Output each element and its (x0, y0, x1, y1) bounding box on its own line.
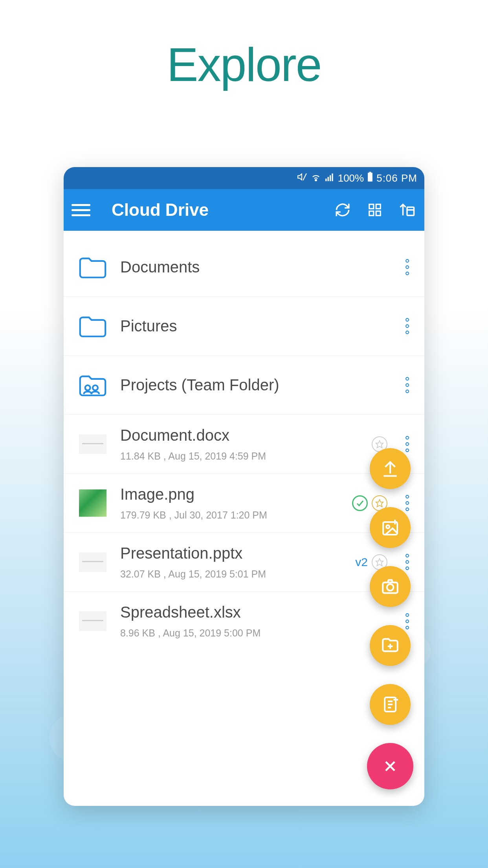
fab-stack (367, 448, 413, 789)
svg-point-16 (93, 385, 98, 390)
folder-icon (77, 313, 108, 340)
item-name: Documents (120, 258, 387, 276)
svg-point-1 (315, 179, 317, 181)
item-name: Image.png (120, 485, 340, 503)
svg-rect-4 (330, 175, 331, 181)
item-name: Spreadsheet.xlsx (120, 603, 387, 621)
status-bar: 100% 5:06 PM (64, 167, 424, 189)
sync-icon[interactable] (333, 200, 352, 219)
doc-thumb-icon (77, 431, 108, 458)
item-meta: 8.96 KB , Aug 15, 2019 5:00 PM (120, 627, 387, 639)
image-thumb-icon (77, 490, 108, 517)
svg-rect-5 (332, 173, 333, 181)
item-meta: 32.07 KB , Aug 15, 2019 5:01 PM (120, 568, 343, 580)
fab-add-image[interactable] (370, 507, 411, 548)
svg-rect-13 (407, 207, 414, 215)
item-name: Pictures (120, 317, 387, 335)
clock: 5:06 PM (376, 172, 417, 184)
list-item[interactable]: Documents (64, 238, 424, 297)
item-name: Document.docx (120, 427, 360, 444)
svg-rect-11 (376, 211, 380, 215)
more-icon[interactable] (399, 318, 415, 334)
grid-view-icon[interactable] (365, 200, 384, 219)
menu-icon[interactable] (72, 204, 90, 216)
svg-marker-17 (376, 440, 383, 447)
item-meta: 11.84 KB , Aug 15, 2019 4:59 PM (120, 451, 360, 462)
volume-mute-icon (297, 172, 307, 185)
battery-percent: 100% (338, 172, 364, 184)
doc-thumb-icon (77, 608, 108, 634)
more-icon[interactable] (399, 377, 415, 393)
fab-camera[interactable] (370, 566, 411, 607)
svg-line-0 (303, 173, 306, 180)
fab-close[interactable] (367, 743, 413, 789)
sort-icon[interactable] (398, 200, 416, 219)
more-icon[interactable] (399, 259, 415, 275)
item-name: Projects (Team Folder) (120, 376, 387, 394)
doc-thumb-icon (77, 549, 108, 576)
item-name: Presentation.pptx (120, 544, 343, 562)
wifi-icon (310, 171, 321, 185)
item-meta: 179.79 KB , Jul 30, 2017 1:20 PM (120, 509, 340, 521)
fab-add-note[interactable] (370, 684, 411, 725)
svg-rect-2 (325, 178, 327, 181)
svg-rect-10 (369, 211, 374, 215)
svg-rect-8 (369, 204, 374, 209)
phone-frame: 100% 5:06 PM Cloud Drive (64, 167, 424, 806)
list-item[interactable]: Projects (Team Folder) (64, 356, 424, 415)
fab-upload[interactable] (370, 448, 411, 489)
app-bar: Cloud Drive (64, 189, 424, 231)
promo-title: Explore (0, 37, 488, 92)
version-badge: v2 (355, 555, 368, 569)
battery-icon (367, 172, 373, 185)
svg-point-23 (386, 525, 389, 528)
signal-icon (325, 172, 335, 185)
fab-add-folder[interactable] (370, 625, 411, 666)
folder-icon (77, 254, 108, 281)
list-item[interactable]: Pictures (64, 297, 424, 356)
svg-point-15 (85, 385, 90, 390)
svg-rect-7 (368, 173, 372, 181)
app-title: Cloud Drive (112, 200, 209, 220)
check-green-icon (352, 495, 368, 511)
svg-rect-3 (327, 177, 328, 181)
svg-rect-9 (376, 204, 380, 209)
team-folder-icon (77, 372, 108, 399)
svg-rect-6 (369, 172, 371, 173)
svg-point-27 (387, 584, 394, 591)
